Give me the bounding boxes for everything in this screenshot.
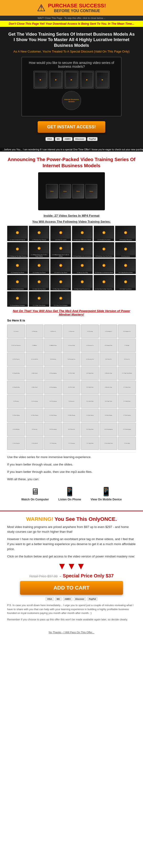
- video-thumb: ▶ 3.4 Set Up Your Blog: [72, 258, 93, 274]
- thumb-label: 4.3 Why High Ticket Programs: [53, 288, 69, 290]
- thumb-label: 4.4 High Ticket Pros And Cons: [74, 288, 90, 290]
- thumb-label: 4.5 First Step To High Ticket Pro...: [95, 288, 113, 290]
- slide-thumb: 6.1 Intro/Buying: [7, 423, 25, 436]
- main-offer-section: Get The Video Training Series Of Interne…: [0, 27, 143, 148]
- learning-text-1: Use the video series for more immersive …: [7, 455, 136, 460]
- play-button: ▶: [102, 264, 105, 267]
- inside-label: Inside: 27 Video Series In MP4 Format: [7, 214, 136, 217]
- view-on-mobile: 📱 View On Mobile Device: [91, 487, 122, 501]
- video-thumb: ▶ 4.6 4 High Trust Model: [115, 275, 136, 290]
- special-price-label: →: [58, 574, 63, 578]
- alert-text: Don't Close This Page Yet! Your Download…: [9, 22, 135, 25]
- dvd-inner: ▶: [34, 72, 46, 88]
- watch-on-computer: 🖥 Watch On Computer: [21, 487, 49, 501]
- video-question: How would you like to secure this amazin…: [25, 61, 118, 68]
- thumb-img: ▶: [8, 226, 27, 239]
- discover-icon-bottom: Discover: [74, 597, 86, 601]
- slide-thumb: 5.7 6 High Ticket: [118, 395, 136, 408]
- computer-icon: 🖥: [21, 487, 49, 497]
- slide-thumb: 2.7 Budget: [118, 339, 136, 352]
- learning-text-2: If you learn better through visual, use …: [7, 462, 136, 467]
- slide-thumb: 5.7 Video Buying: [118, 409, 136, 422]
- phone-icon: 📱: [58, 487, 81, 497]
- slide-thumb: 5.3 Video Buying: [44, 409, 62, 422]
- slide-thumb: 4.1 Step By Step: [7, 367, 25, 380]
- video-thumb: ▶ 1.6 Drawing A Blueprint: [115, 226, 136, 241]
- thumb-img: ▶: [94, 243, 114, 255]
- thumb-img: ▶: [8, 243, 27, 255]
- play-button: ▶: [38, 231, 41, 234]
- dvd-item: ▶: [80, 71, 94, 89]
- play-button: ▶: [59, 231, 62, 234]
- play-button: ▶: [81, 248, 84, 250]
- play-button: ▶: [38, 247, 41, 250]
- slide-thumb: 4.3 Dropshipping: [44, 381, 62, 394]
- get-instant-access-button[interactable]: Get Instant Access!: [38, 121, 105, 133]
- video-thumb: ▶ 4.5 First Step To High Ticket Pro...: [94, 275, 114, 290]
- thumb-label: 2.2 Affiliate Rules How-To Be A Super Af…: [29, 254, 49, 257]
- slide-thumb: 1.4 Overview: [63, 324, 80, 338]
- header-banner: ⚠ PURCHASE SUCCESS! BEFORE YOU CONTINUE: [0, 0, 143, 16]
- dvd-item: ▶: [33, 71, 48, 89]
- dvd-item: ▶: [49, 71, 63, 89]
- video-thumb: ▶ 3.1 Choosing Your Brand: [7, 258, 28, 274]
- slide-thumb: 7.2 Tax Side A: [26, 437, 44, 450]
- play-button: ▶: [59, 264, 62, 267]
- video-thumb: ▶ 2.4 Case Study & Into eCommerce: [72, 242, 93, 257]
- play-button: ▶: [124, 248, 127, 250]
- announcing-headline: Announcing The Power-Packed Video Traini…: [7, 156, 136, 169]
- slide-thumb: 7.6 Your High Ticket: [100, 437, 118, 450]
- video-thumb: ▶ 4.4 High Ticket Pros And Cons: [72, 275, 93, 290]
- special-price: Special Price Only $37: [63, 573, 114, 578]
- slide-thumb: 4.3 Dropshipping: [44, 367, 62, 380]
- dvd-item: ▶: [95, 71, 110, 89]
- slide-thumb: 7.5 7 High Ticket: [81, 437, 99, 450]
- alert-strip: Don't Close This Page Yet! Your Download…: [0, 21, 143, 27]
- payment-icons-bottom: VISA MC AMEX Discover PayPal: [7, 597, 136, 601]
- thumb-label: 4.6 4 High Trust Model: [120, 288, 132, 290]
- slide-thumb: 5.2 Video Buying: [26, 409, 44, 422]
- thumb-img: ▶: [8, 259, 27, 271]
- thumb-img: ▶: [51, 292, 70, 304]
- slide-thumb: 4.6 Another Type: [100, 367, 118, 380]
- play-button: ▶: [102, 231, 105, 234]
- thumb-img: ▶: [29, 292, 49, 304]
- play-button: ▶: [124, 280, 127, 283]
- footer-link-section: No Thanks - I Will Pass On This Offer...: [0, 628, 143, 636]
- slide-thumb: 2.3 Affiliate Rules: [44, 339, 62, 352]
- video-thumb: ▶ 4.3 Why High Ticket Programs: [50, 275, 71, 290]
- slide-thumb: 2.4 Case Study: [63, 339, 80, 352]
- slide-thumb: 3.6 6 Good For: [100, 352, 118, 366]
- slide-thumb: 5.1 Planning: [7, 395, 25, 408]
- slide-thumb: 1.2 Planning: [26, 324, 44, 338]
- video-thumb: ▶ 1.3 A Time To Launch: [50, 226, 71, 241]
- thumb-label: 4.1 Dropshipping Model: [11, 288, 24, 290]
- dvd-inner: ▶: [81, 72, 93, 88]
- slide-thumb: 5.4 Video Buying: [63, 409, 80, 422]
- slide-thumb: 2.6 3 Budget Plan: [100, 339, 118, 352]
- slide-thumb: 2.1 Do Your Research: [7, 339, 25, 352]
- dvd-inner: ▶: [66, 72, 77, 88]
- thumb-img: ▶: [116, 259, 135, 271]
- slide-thumb: 5.6 5 High Ticket: [100, 395, 118, 408]
- thumb-img: ▶: [116, 276, 135, 288]
- thumb-img: ▶: [8, 292, 27, 304]
- slide-thumb: 3.4 Choosing Your: [63, 352, 80, 366]
- play-button: ▶: [16, 264, 19, 267]
- warning-section: WARNING! You See This OnlyONCE. Most vid…: [0, 510, 143, 629]
- no-thanks-link[interactable]: No Thanks - I Will Pass On This Offer...: [49, 631, 94, 634]
- add-to-cart-button[interactable]: ADD TO CART: [20, 581, 123, 595]
- warning-rest: You See This Only: [53, 516, 100, 522]
- ticker-text: ...before you You... I am wondering if I…: [2, 148, 143, 151]
- you-will-access: You Will Access The Following Video Trai…: [7, 220, 136, 223]
- slide-thumb: 1.6 Creating In 5: [100, 324, 118, 338]
- play-button: ▶: [81, 280, 84, 283]
- thumb-img: ▶: [51, 259, 70, 271]
- slide-thumb: 6.7 4 Dropshipping: [118, 423, 136, 436]
- purchase-success-title: PURCHASE SUCCESS!: [48, 3, 106, 9]
- play-button: ▶: [38, 297, 41, 300]
- slide-thumb: 5.6 Video Buying: [100, 409, 118, 422]
- video-thumb: ▶ 3.5 Overview of e-Business Model: [94, 258, 114, 274]
- mobile-label: View On Mobile Device: [91, 498, 122, 501]
- announcing-section: Announcing The Power-Packed Video Traini…: [0, 152, 143, 510]
